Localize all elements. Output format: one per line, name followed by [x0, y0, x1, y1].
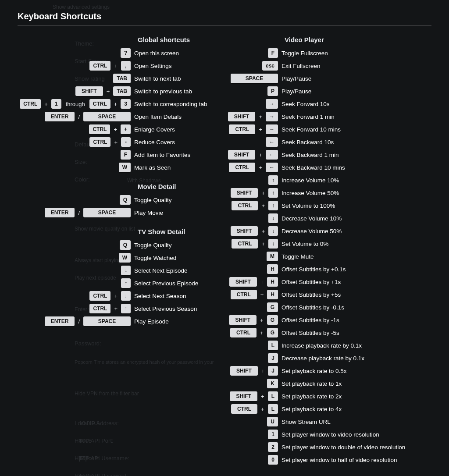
shortcut-row: CTRL+-Reduce Covers [0, 136, 225, 148]
shortcut-description: Play/Pause [282, 75, 311, 82]
key-cap: ↑ [121, 278, 131, 288]
key-separator: + [106, 88, 111, 95]
key-combo: CTRL+, [0, 61, 134, 71]
shortcut-row: FAdd Item to Favorites [0, 149, 225, 161]
shortcut-description: Seek Backward 10s [282, 139, 334, 146]
shortcut-description: Select Next Season [134, 293, 186, 299]
key-cap: U [267, 417, 278, 426]
key-combo: SHIFT+H [225, 277, 282, 287]
key-separator: / [77, 210, 81, 216]
key-separator: + [260, 368, 266, 374]
key-separator: + [260, 202, 266, 209]
key-cap: J [268, 353, 278, 363]
shortcut-description: Switch to corresponding tab [134, 101, 207, 107]
dialog-title: Keyboard Shortcuts [18, 11, 101, 21]
key-combo: ↓ [225, 213, 282, 223]
shortcut-row: SHIFT+←Seek Backward 1 min [225, 149, 449, 161]
key-combo: CTRL+↓ [0, 291, 134, 301]
key-combo: CTRL+- [0, 137, 134, 147]
key-combo: 0 [225, 455, 282, 465]
key-combo: ? [0, 48, 134, 58]
key-combo: SHIFT+↑ [225, 188, 282, 198]
key-cap: K [267, 379, 278, 388]
shortcut-row: CTRL++Enlarge Covers [0, 123, 225, 135]
key-combo: G [225, 302, 282, 312]
shortcut-description: Set Volume to 0% [282, 241, 328, 247]
shortcut-description: Add Item to Favorites [134, 152, 190, 158]
key-separator: + [260, 228, 266, 234]
shortcut-row: PPlay/Pause [225, 85, 449, 97]
key-separator: + [259, 317, 264, 323]
key-combo: CTRL+G [225, 328, 282, 337]
key-separator: + [260, 393, 265, 400]
shortcut-row: CTRL+←Seek Backward 10 mins [225, 161, 449, 174]
shortcut-row: 0Set player window to half of video reso… [225, 454, 449, 466]
key-combo: P [225, 86, 282, 96]
key-combo: W [0, 163, 134, 172]
key-combo: U [225, 417, 282, 426]
shortcut-description: Offset Subtitles by +1s [282, 279, 341, 285]
section-movie-title: Movie Detail [0, 183, 225, 190]
shortcut-description: Open Settings [134, 63, 172, 69]
key-cap: SPACE [83, 112, 131, 121]
key-combo: CTRL+↑ [0, 304, 134, 313]
key-combo: Q [0, 195, 134, 205]
key-combo: ENTER/SPACE [0, 208, 134, 217]
key-separator: + [113, 101, 118, 107]
key-cap: W [119, 253, 131, 263]
key-cap: ← [266, 137, 278, 147]
key-cap: W [119, 163, 131, 172]
key-cap: ENTER [45, 316, 75, 326]
key-combo: → [225, 99, 282, 109]
divider [18, 25, 431, 26]
shortcut-description: Decrease Volume 50% [282, 228, 342, 234]
key-combo: CTRL++ [0, 124, 134, 134]
shortcut-description: Select Previous Episode [134, 280, 198, 287]
shortcut-description: Seek Backward 1 min [282, 152, 339, 158]
key-combo: CTRL+H [225, 290, 282, 299]
key-combo: SHIFT+TAB [0, 86, 134, 96]
shortcut-description: Toggle Mute [282, 253, 314, 260]
key-cap: L [268, 391, 278, 401]
key-cap: , [121, 61, 131, 71]
key-cap: 1 [51, 99, 61, 109]
key-combo: CTRL+← [225, 163, 282, 172]
key-cap: → [266, 124, 278, 134]
key-combo: CTRL+1throughCTRL+3 [0, 99, 134, 109]
shortcut-row: CTRL+↑Select Previous Season [0, 302, 225, 315]
shortcut-description: Set player window to video resolution [282, 431, 379, 438]
shortcut-description: Toggle Quality [134, 242, 172, 249]
shortcut-description: Decrease Volume 10% [282, 215, 342, 222]
key-combo: ↑ [225, 175, 282, 185]
key-cap: CTRL [20, 99, 41, 109]
shortcut-description: Offset Subtitles by +0.1s [282, 266, 346, 273]
key-cap: G [267, 328, 278, 337]
key-cap: ↓ [268, 239, 278, 249]
key-cap: 3 [121, 99, 131, 109]
key-separator: + [258, 114, 263, 120]
key-cap: ENTER [45, 208, 75, 217]
key-cap: CTRL [89, 137, 110, 147]
shortcut-description: Enlarge Covers [134, 126, 175, 133]
key-cap: TAB [113, 74, 131, 83]
key-cap: SPACE [83, 316, 131, 326]
key-combo: ↓ [0, 266, 134, 275]
shortcut-row: 1Set player window to video resolution [225, 428, 449, 440]
key-cap: SHIFT [228, 112, 256, 121]
shortcut-description: Set player window to half of video resol… [282, 457, 397, 463]
shortcut-row: UShow Stream URL [225, 416, 449, 428]
key-cap: ↓ [268, 213, 278, 223]
key-cap: ↓ [121, 291, 131, 301]
shortcut-description: Set playback rate to 0.5x [282, 368, 347, 374]
shortcut-description: Play Movie [134, 210, 163, 216]
shortcut-description: Offset Subtitles by -0.1s [282, 304, 344, 311]
key-combo: L [225, 341, 282, 350]
key-combo: SHIFT+↓ [225, 226, 282, 236]
shortcuts-columns: Global shortcuts ?Open this screenCTRL+,… [0, 34, 449, 466]
key-cap: ? [121, 48, 131, 58]
key-cap: J [268, 366, 278, 376]
shortcut-description: Seek Forward 1 min [282, 114, 335, 120]
key-cap: esc [262, 61, 278, 71]
key-combo: CTRL+↑ [225, 201, 282, 210]
shortcut-description: Play Episode [134, 318, 169, 325]
